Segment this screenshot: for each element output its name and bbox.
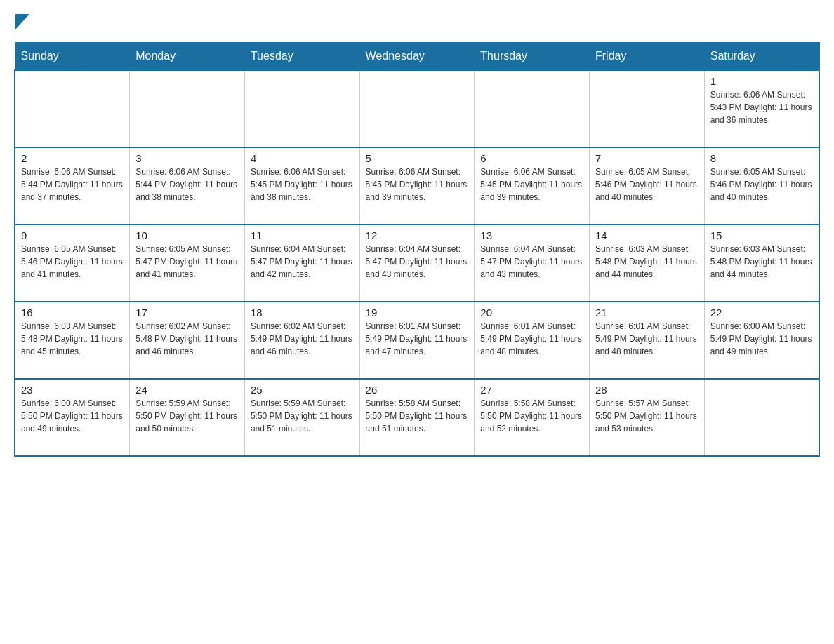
- day-info: Sunrise: 6:05 AM Sunset: 5:47 PM Dayligh…: [135, 243, 239, 281]
- calendar-cell: 15Sunrise: 6:03 AM Sunset: 5:48 PM Dayli…: [704, 224, 819, 302]
- day-info: Sunrise: 6:03 AM Sunset: 5:48 PM Dayligh…: [21, 320, 124, 358]
- svg-marker-0: [15, 14, 29, 29]
- day-number: 10: [135, 229, 239, 241]
- day-header-wednesday: Wednesday: [359, 43, 475, 71]
- calendar-cell: 8Sunrise: 6:05 AM Sunset: 5:46 PM Daylig…: [704, 147, 819, 224]
- day-info: Sunrise: 6:04 AM Sunset: 5:47 PM Dayligh…: [480, 243, 583, 281]
- calendar-cell: 3Sunrise: 6:06 AM Sunset: 5:44 PM Daylig…: [130, 147, 245, 224]
- calendar-week-0: 1Sunrise: 6:06 AM Sunset: 5:43 PM Daylig…: [15, 70, 819, 147]
- calendar-cell: [359, 70, 475, 147]
- day-header-tuesday: Tuesday: [244, 43, 359, 71]
- day-number: 17: [135, 307, 239, 318]
- day-number: 21: [595, 307, 699, 318]
- calendar-cell: 19Sunrise: 6:01 AM Sunset: 5:49 PM Dayli…: [359, 302, 475, 379]
- day-number: 11: [251, 229, 354, 241]
- day-number: 8: [710, 152, 813, 164]
- calendar-cell: 18Sunrise: 6:02 AM Sunset: 5:49 PM Dayli…: [244, 302, 359, 379]
- day-info: Sunrise: 6:01 AM Sunset: 5:49 PM Dayligh…: [366, 320, 469, 358]
- day-info: Sunrise: 6:06 AM Sunset: 5:44 PM Dayligh…: [135, 166, 239, 203]
- calendar-cell: [130, 70, 245, 147]
- day-info: Sunrise: 6:02 AM Sunset: 5:49 PM Dayligh…: [251, 320, 354, 358]
- calendar-cell: 12Sunrise: 6:04 AM Sunset: 5:47 PM Dayli…: [359, 224, 475, 302]
- calendar-cell: [244, 70, 359, 147]
- day-info: Sunrise: 6:06 AM Sunset: 5:43 PM Dayligh…: [710, 88, 813, 126]
- day-info: Sunrise: 6:06 AM Sunset: 5:45 PM Dayligh…: [251, 166, 354, 203]
- day-number: 5: [366, 152, 469, 164]
- day-number: 12: [366, 229, 469, 241]
- calendar-cell: 2Sunrise: 6:06 AM Sunset: 5:44 PM Daylig…: [15, 147, 130, 224]
- day-info: Sunrise: 6:02 AM Sunset: 5:48 PM Dayligh…: [135, 320, 239, 358]
- calendar-week-3: 16Sunrise: 6:03 AM Sunset: 5:48 PM Dayli…: [15, 302, 819, 379]
- day-number: 26: [366, 384, 469, 396]
- calendar-cell: 11Sunrise: 6:04 AM Sunset: 5:47 PM Dayli…: [244, 224, 359, 302]
- calendar-week-2: 9Sunrise: 6:05 AM Sunset: 5:46 PM Daylig…: [15, 224, 819, 302]
- calendar-cell: 6Sunrise: 6:06 AM Sunset: 5:45 PM Daylig…: [475, 147, 590, 224]
- calendar-cell: 26Sunrise: 5:58 AM Sunset: 5:50 PM Dayli…: [359, 379, 475, 456]
- day-number: 24: [135, 384, 239, 396]
- day-number: 16: [21, 307, 124, 318]
- calendar-cell: [590, 70, 705, 147]
- calendar-cell: 20Sunrise: 6:01 AM Sunset: 5:49 PM Dayli…: [475, 302, 590, 379]
- calendar-cell: 10Sunrise: 6:05 AM Sunset: 5:47 PM Dayli…: [130, 224, 245, 302]
- day-number: 14: [595, 229, 699, 241]
- calendar-cell: 14Sunrise: 6:03 AM Sunset: 5:48 PM Dayli…: [590, 224, 705, 302]
- day-number: 18: [251, 307, 354, 318]
- calendar-cell: [15, 70, 130, 147]
- day-info: Sunrise: 6:01 AM Sunset: 5:49 PM Dayligh…: [595, 320, 699, 358]
- day-info: Sunrise: 6:05 AM Sunset: 5:46 PM Dayligh…: [595, 166, 699, 203]
- day-number: 27: [480, 384, 583, 396]
- calendar-cell: 21Sunrise: 6:01 AM Sunset: 5:49 PM Dayli…: [590, 302, 705, 379]
- day-header-friday: Friday: [590, 43, 705, 71]
- calendar-cell: 5Sunrise: 6:06 AM Sunset: 5:45 PM Daylig…: [359, 147, 475, 224]
- day-header-thursday: Thursday: [475, 43, 590, 71]
- calendar-cell: 16Sunrise: 6:03 AM Sunset: 5:48 PM Dayli…: [15, 302, 130, 379]
- calendar-cell: 13Sunrise: 6:04 AM Sunset: 5:47 PM Dayli…: [475, 224, 590, 302]
- day-info: Sunrise: 6:05 AM Sunset: 5:46 PM Dayligh…: [710, 166, 813, 203]
- calendar-cell: 23Sunrise: 6:00 AM Sunset: 5:50 PM Dayli…: [15, 379, 130, 456]
- day-number: 19: [366, 307, 469, 318]
- day-header-monday: Monday: [130, 43, 245, 71]
- calendar-cell: [704, 379, 819, 456]
- day-number: 22: [710, 307, 813, 318]
- calendar-week-4: 23Sunrise: 6:00 AM Sunset: 5:50 PM Dayli…: [15, 379, 819, 456]
- day-number: 3: [135, 152, 239, 164]
- calendar-cell: 9Sunrise: 6:05 AM Sunset: 5:46 PM Daylig…: [15, 224, 130, 302]
- day-number: 13: [480, 229, 583, 241]
- calendar-cell: [475, 70, 590, 147]
- day-info: Sunrise: 5:59 AM Sunset: 5:50 PM Dayligh…: [135, 397, 239, 435]
- day-number: 9: [21, 229, 124, 241]
- day-info: Sunrise: 6:00 AM Sunset: 5:50 PM Dayligh…: [21, 397, 124, 435]
- day-header-saturday: Saturday: [704, 43, 819, 71]
- calendar-cell: 1Sunrise: 6:06 AM Sunset: 5:43 PM Daylig…: [704, 70, 819, 147]
- day-info: Sunrise: 6:01 AM Sunset: 5:49 PM Dayligh…: [480, 320, 583, 358]
- calendar-cell: 22Sunrise: 6:00 AM Sunset: 5:49 PM Dayli…: [704, 302, 819, 379]
- calendar-table: SundayMondayTuesdayWednesdayThursdayFrid…: [14, 42, 820, 457]
- day-number: 28: [595, 384, 699, 396]
- page-header: [14, 14, 820, 31]
- day-number: 23: [21, 384, 124, 396]
- day-number: 20: [480, 307, 583, 318]
- day-info: Sunrise: 5:58 AM Sunset: 5:50 PM Dayligh…: [366, 397, 469, 435]
- day-info: Sunrise: 6:00 AM Sunset: 5:49 PM Dayligh…: [710, 320, 813, 358]
- calendar-cell: 4Sunrise: 6:06 AM Sunset: 5:45 PM Daylig…: [244, 147, 359, 224]
- day-info: Sunrise: 6:06 AM Sunset: 5:45 PM Dayligh…: [366, 166, 469, 203]
- day-number: 2: [21, 152, 124, 164]
- calendar-cell: 7Sunrise: 6:05 AM Sunset: 5:46 PM Daylig…: [590, 147, 705, 224]
- day-number: 6: [480, 152, 583, 164]
- calendar-cell: 27Sunrise: 5:58 AM Sunset: 5:50 PM Dayli…: [475, 379, 590, 456]
- calendar-header: SundayMondayTuesdayWednesdayThursdayFrid…: [15, 43, 819, 71]
- day-info: Sunrise: 6:06 AM Sunset: 5:45 PM Dayligh…: [480, 166, 583, 203]
- logo-triangle-icon: [15, 14, 29, 29]
- day-number: 1: [710, 75, 813, 87]
- day-number: 4: [251, 152, 354, 164]
- day-info: Sunrise: 5:59 AM Sunset: 5:50 PM Dayligh…: [251, 397, 354, 435]
- day-info: Sunrise: 6:04 AM Sunset: 5:47 PM Dayligh…: [251, 243, 354, 281]
- calendar-cell: 17Sunrise: 6:02 AM Sunset: 5:48 PM Dayli…: [130, 302, 245, 379]
- day-info: Sunrise: 6:03 AM Sunset: 5:48 PM Dayligh…: [710, 243, 813, 281]
- calendar-cell: 24Sunrise: 5:59 AM Sunset: 5:50 PM Dayli…: [130, 379, 245, 456]
- day-number: 15: [710, 229, 813, 241]
- day-info: Sunrise: 5:58 AM Sunset: 5:50 PM Dayligh…: [480, 397, 583, 435]
- day-header-sunday: Sunday: [15, 43, 130, 71]
- calendar-cell: 25Sunrise: 5:59 AM Sunset: 5:50 PM Dayli…: [244, 379, 359, 456]
- day-header-row: SundayMondayTuesdayWednesdayThursdayFrid…: [15, 43, 819, 71]
